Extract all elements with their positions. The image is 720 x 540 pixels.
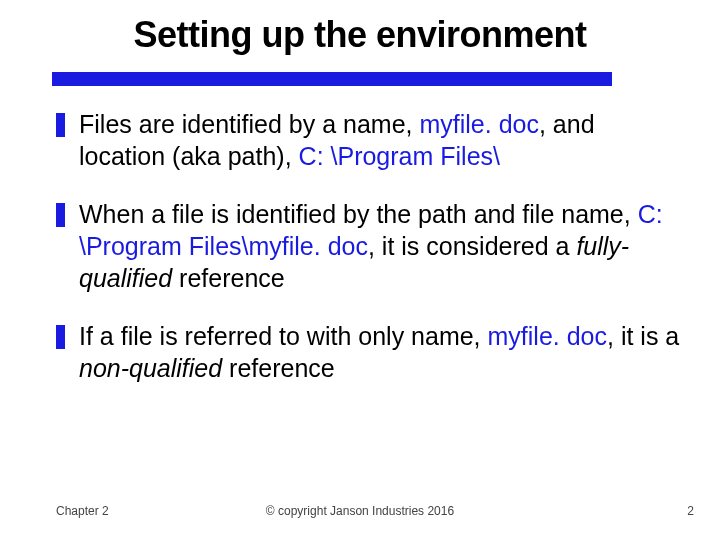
bullet-3-seg1: If a file is referred to with only name,: [79, 322, 488, 350]
bullet-1-text: Files are identified by a name, myfile. …: [79, 108, 680, 172]
bullet-2-seg3: reference: [172, 264, 285, 292]
bullet-2: When a file is identified by the path an…: [56, 198, 680, 294]
bullet-marker-icon: [56, 203, 65, 227]
bullet-1: Files are identified by a name, myfile. …: [56, 108, 680, 172]
bullet-marker-icon: [56, 113, 65, 137]
footer-center: © copyright Janson Industries 2016: [0, 504, 720, 518]
slide-title: Setting up the environment: [0, 14, 720, 56]
slide: Setting up the environment Files are ide…: [0, 0, 720, 540]
title-underline: [52, 72, 612, 86]
bullet-1-hl2: C: \Program Files\: [299, 142, 500, 170]
bullet-3-text: If a file is referred to with only name,…: [79, 320, 680, 384]
bullet-1-seg1: Files are identified by a name,: [79, 110, 419, 138]
bullet-3-hl1: myfile. doc: [488, 322, 607, 350]
bullet-2-seg1: When a file is identified by the path an…: [79, 200, 638, 228]
bullet-3: If a file is referred to with only name,…: [56, 320, 680, 384]
bullet-3-ital1: non-qualified: [79, 354, 222, 382]
footer-page-number: 2: [687, 504, 694, 518]
content-area: Files are identified by a name, myfile. …: [56, 108, 680, 410]
bullet-2-seg2: , it is considered a: [368, 232, 576, 260]
bullet-3-seg2: , it is a: [607, 322, 679, 350]
bullet-marker-icon: [56, 325, 65, 349]
bullet-3-seg3: reference: [222, 354, 335, 382]
bullet-2-text: When a file is identified by the path an…: [79, 198, 680, 294]
bullet-1-hl1: myfile. doc: [419, 110, 538, 138]
footer: Chapter 2 © copyright Janson Industries …: [0, 498, 720, 518]
